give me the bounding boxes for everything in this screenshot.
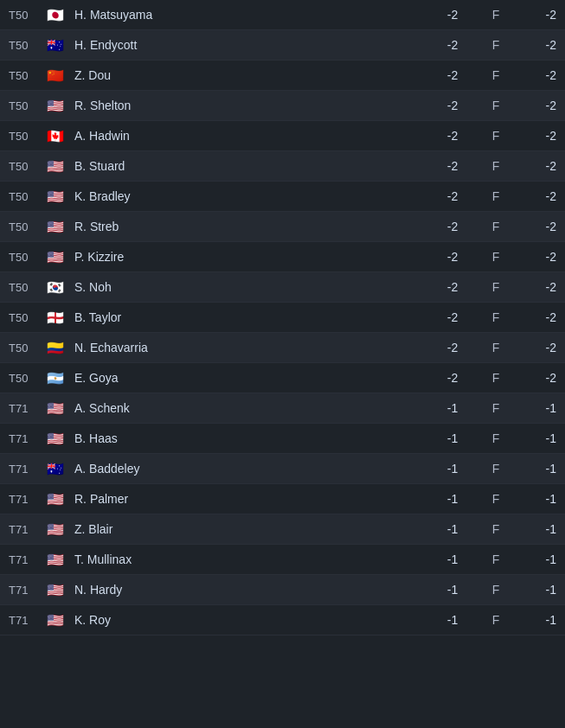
position-label: T71: [9, 523, 43, 536]
player-total: -2: [513, 220, 556, 233]
table-row: T71 🇺🇸 N. Hardy -1 F -1: [0, 575, 565, 605]
country-flag: 🇰🇷: [43, 278, 67, 296]
player-name: H. Matsuyama: [74, 8, 427, 22]
round-status: F: [478, 341, 513, 354]
position-label: T71: [9, 432, 43, 445]
player-score: -1: [427, 522, 478, 536]
round-status: F: [478, 220, 513, 233]
country-flag: 🇨🇴: [43, 339, 67, 356]
player-name: B. Stuard: [74, 159, 427, 173]
player-score: -2: [427, 68, 478, 82]
round-status: F: [478, 552, 513, 566]
country-flag: 🇺🇸: [43, 490, 67, 508]
player-score: -2: [427, 371, 478, 385]
player-name: N. Hardy: [74, 583, 427, 597]
country-flag: 🇺🇸: [43, 520, 67, 538]
player-score: -2: [427, 8, 478, 22]
table-row: T50 🇺🇸 P. Kizzire -2 F -2: [0, 242, 565, 272]
country-flag: 🏴󠁧󠁢󠁥󠁮󠁧󠁿: [43, 309, 67, 326]
position-label: T50: [9, 311, 43, 324]
position-label: T50: [9, 39, 43, 52]
round-status: F: [478, 462, 513, 476]
player-total: -2: [513, 280, 556, 294]
table-row: T50 🇯🇵 H. Matsuyama -2 F -2: [0, 0, 565, 30]
position-label: T71: [9, 614, 43, 627]
player-score: -2: [427, 310, 478, 324]
player-score: -2: [427, 159, 478, 173]
round-status: F: [478, 522, 513, 536]
player-score: -1: [427, 492, 478, 506]
round-status: F: [478, 310, 513, 324]
player-score: -2: [427, 341, 478, 354]
player-name: P. Kizzire: [74, 250, 427, 264]
country-flag: 🇺🇸: [43, 430, 67, 447]
table-row: T71 🇺🇸 K. Roy -1 F -1: [0, 605, 565, 635]
leaderboard: T50 🇯🇵 H. Matsuyama -2 F -2 T50 🇦🇺 H. En…: [0, 0, 565, 635]
player-score: -1: [427, 401, 478, 415]
player-name: Z. Blair: [74, 522, 427, 536]
player-score: -1: [427, 552, 478, 566]
position-label: T50: [9, 69, 43, 82]
player-name: E. Goya: [74, 371, 427, 385]
player-score: -1: [427, 462, 478, 476]
position-label: T71: [9, 493, 43, 506]
player-name: T. Mullinax: [74, 552, 427, 566]
player-name: R. Palmer: [74, 492, 427, 506]
table-row: T50 🇺🇸 R. Streb -2 F -2: [0, 212, 565, 242]
player-total: -1: [513, 522, 556, 536]
position-label: T50: [9, 99, 43, 112]
round-status: F: [478, 583, 513, 597]
player-total: -2: [513, 189, 556, 203]
player-name: N. Echavarria: [74, 341, 427, 354]
position-label: T50: [9, 190, 43, 203]
table-row: T71 🇺🇸 T. Mullinax -1 F -1: [0, 545, 565, 575]
round-status: F: [478, 38, 513, 52]
round-status: F: [478, 401, 513, 415]
table-row: T71 🇺🇸 A. Schenk -1 F -1: [0, 393, 565, 424]
player-name: H. Endycott: [74, 38, 427, 52]
player-total: -1: [513, 583, 556, 597]
player-name: A. Baddeley: [74, 462, 427, 476]
position-label: T50: [9, 372, 43, 385]
table-row: T50 🇦🇺 H. Endycott -2 F -2: [0, 30, 565, 61]
player-score: -2: [427, 220, 478, 233]
country-flag: 🇺🇸: [43, 399, 67, 417]
table-row: T71 🇺🇸 B. Haas -1 F -1: [0, 424, 565, 454]
table-row: T50 🏴󠁧󠁢󠁥󠁮󠁧󠁿 B. Taylor -2 F -2: [0, 303, 565, 333]
player-name: R. Shelton: [74, 99, 427, 112]
table-row: T50 🇺🇸 B. Stuard -2 F -2: [0, 151, 565, 182]
position-label: T71: [9, 553, 43, 566]
table-row: T50 🇨🇦 A. Hadwin -2 F -2: [0, 121, 565, 151]
country-flag: 🇺🇸: [43, 581, 67, 598]
round-status: F: [478, 129, 513, 143]
country-flag: 🇺🇸: [43, 218, 67, 235]
round-status: F: [478, 371, 513, 385]
player-name: K. Bradley: [74, 189, 427, 203]
position-label: T50: [9, 130, 43, 143]
player-name: A. Schenk: [74, 401, 427, 415]
table-row: T50 🇨🇴 N. Echavarria -2 F -2: [0, 333, 565, 363]
player-total: -2: [513, 310, 556, 324]
player-total: -1: [513, 552, 556, 566]
country-flag: 🇨🇦: [43, 127, 67, 144]
position-label: T50: [9, 9, 43, 22]
player-name: B. Taylor: [74, 310, 427, 324]
player-total: -1: [513, 613, 556, 627]
round-status: F: [478, 613, 513, 627]
player-total: -2: [513, 371, 556, 385]
table-row: T50 🇺🇸 K. Bradley -2 F -2: [0, 182, 565, 212]
player-score: -2: [427, 250, 478, 264]
player-total: -2: [513, 129, 556, 143]
round-status: F: [478, 68, 513, 82]
country-flag: 🇺🇸: [43, 188, 67, 205]
round-status: F: [478, 431, 513, 445]
round-status: F: [478, 99, 513, 112]
player-score: -2: [427, 280, 478, 294]
round-status: F: [478, 159, 513, 173]
player-total: -1: [513, 401, 556, 415]
table-row: T71 🇦🇺 A. Baddeley -1 F -1: [0, 454, 565, 484]
country-flag: 🇦🇺: [43, 460, 67, 477]
table-row: T50 🇰🇷 S. Noh -2 F -2: [0, 272, 565, 303]
player-score: -2: [427, 99, 478, 112]
round-status: F: [478, 8, 513, 22]
